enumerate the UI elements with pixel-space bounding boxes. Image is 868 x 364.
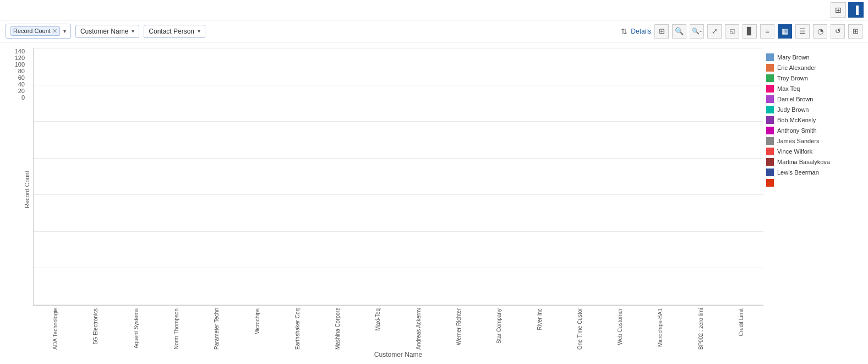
x-label-group: ADA Technologies [36,306,75,350]
x-axis: ADA Technologies5G ElectronicsAquent Sys… [33,306,763,350]
legend-color-box [766,116,774,124]
toolbar-actions: ⇅ Details ⊞ 🔍 🔍- ⤢ ◱ ▊ ≡ ▦ ☰ ◔ ↺ ⊞ [621,24,862,39]
y-tick-label: 20 [18,88,25,94]
x-axis-label: Aquent Systems [133,308,139,349]
x-label-group: Star Company [479,306,518,350]
customer-name-filter[interactable]: Customer Name ▾ [75,25,139,38]
x-label-group: Mashina Corporation [318,306,357,350]
x-axis-label: Andreas Ackermann [416,308,422,350]
table-icon[interactable]: ⊞ [654,24,669,39]
x-label-group: Maxi-Teq [358,306,397,350]
legend-color-box [766,137,774,145]
x-axis-label: Norm Thompson [173,308,179,349]
legend-item: Judy Brown [766,106,860,113]
bar-chart-icon[interactable]: ▊ [743,24,757,39]
x-axis-label: One Time Customer [577,308,583,350]
legend-label: James Sanders [777,138,819,144]
legend-item [766,179,860,187]
contact-person-filter[interactable]: Contact Person ▾ [144,25,205,38]
legend-item: Max Teq [766,85,860,93]
x-axis-label: 5G Electronics [92,308,99,344]
zoom-in-icon[interactable]: 🔍 [672,24,686,39]
x-label-group: River Inc [520,306,559,350]
zoom-out-icon[interactable]: 🔍- [690,24,704,39]
y-tick-label: 40 [18,81,25,88]
details-button[interactable]: Details [631,28,651,35]
sort-icon[interactable]: ⇅ [621,27,627,36]
legend-label: Bob McKensly [777,117,816,123]
x-axis-label: Microchips-BA1 [657,308,663,347]
legend-label: Lewis Beerman [777,169,819,176]
legend: Mary BrownEric AlexanderTroy BrownMax Te… [763,48,862,362]
x-label-group: Web Customer [600,306,640,350]
pie-chart-icon[interactable]: ◔ [813,24,827,39]
x-axis-label: Star Company [496,308,502,344]
y-tick-label: 140 [15,48,25,55]
legend-color-box [766,158,774,166]
x-label-group: 5G Electronics [76,306,115,350]
y-tick-label: 0 [21,94,25,101]
x-axis-label: Web Customer [617,308,623,345]
legend-color-box [766,74,774,82]
y-axis-title: Record Count [24,171,30,208]
legend-color-box [766,127,774,134]
legend-label: Vince Wilfork [777,148,812,155]
x-axis-label: Credit Limit [738,308,744,336]
legend-item: Daniel Brown [766,95,860,103]
legend-item: Martina Basalykova [766,158,860,166]
filter-tag-record-count: Record Count ✕ [10,26,60,36]
x-axis-label: Mashina Corporation [335,308,341,350]
legend-item: Bob McKensly [766,116,860,124]
legend-label: Mary Brown [777,54,810,61]
legend-label: Eric Alexander [777,64,816,71]
export-icon[interactable]: ◱ [725,24,739,39]
x-label-group: Norm Thompson [157,306,196,350]
legend-color-box [766,179,774,187]
y-tick-label: 100 [15,61,25,68]
legend-color-box [766,169,774,176]
bar-chart2-icon[interactable]: ≡ [760,24,774,39]
x-axis-label: Werner Richter [456,308,462,345]
legend-label: Max Teq [777,85,800,92]
y-tick-label: 60 [18,74,25,81]
x-label-group: Credit Limit [722,306,761,350]
x-axis-title: Customer Name [33,350,763,362]
legend-item: James Sanders [766,137,860,145]
x-label-group: Microchips [237,306,276,350]
legend-label: Martina Basalykova [777,159,830,165]
legend-label: Anthony Smith [777,127,817,134]
legend-color-box [766,64,774,72]
x-label-group: Earthshaker Corporation [278,306,317,350]
x-axis-label: Maxi-Teq [375,308,381,331]
x-axis-label: Microchips [254,308,260,335]
bars-container [33,48,763,306]
fit-icon[interactable]: ⤢ [707,24,722,39]
grid-icon[interactable]: ⊞ [848,24,862,39]
grouped-bar-icon[interactable]: ▦ [778,24,792,39]
chart-area: Record Count 020406080100120140 ADA Tech… [0,42,868,362]
legend-color-box [766,106,774,113]
y-tick-label: 120 [15,55,25,61]
x-axis-label: Parameter Technology [214,308,220,350]
legend-label: Judy Brown [777,106,809,113]
list-icon[interactable]: ☰ [795,24,810,39]
bars-row [34,48,763,305]
legend-item: Eric Alexander [766,64,860,72]
chart-view-icon[interactable]: ▐ [848,2,864,18]
legend-label: Troy Brown [777,75,808,82]
chart-with-yaxis: Record Count 020406080100120140 ADA Tech… [6,48,763,362]
table-view-icon[interactable]: ⊞ [831,2,846,18]
x-label-group: Parameter Technology [197,306,236,350]
x-label-group: Werner Richter [439,306,478,350]
x-label-group: One Time Customer [560,306,599,350]
x-label-group: BP002 : zero limit [681,306,720,350]
legend-item: Lewis Beerman [766,169,860,176]
refresh-icon[interactable]: ↺ [831,24,845,39]
x-axis-label: BP002 : zero limit [698,308,704,350]
bars-and-xaxis: ADA Technologies5G ElectronicsAquent Sys… [33,48,763,362]
y-axis: 020406080100120140 [6,48,28,145]
record-count-filter[interactable]: Record Count ✕ ▾ [6,24,71,39]
legend-color-box [766,85,774,93]
x-label-group: Microchips-BA1 [641,306,680,350]
legend-item: Anthony Smith [766,127,860,134]
